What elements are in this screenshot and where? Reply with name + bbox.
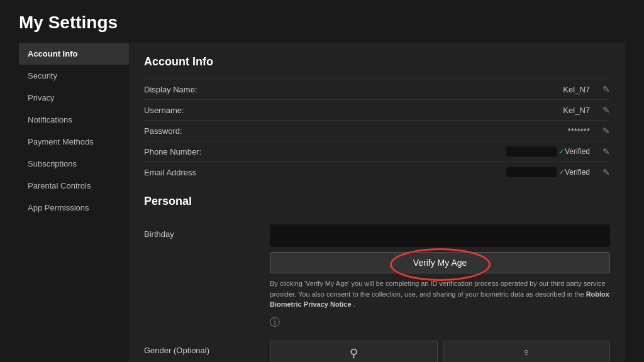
personal-title: Personal xyxy=(144,195,610,208)
password-label: Password: xyxy=(144,126,568,136)
username-row: Username: Kel_N7 ✎ xyxy=(144,100,610,121)
verify-description: By clicking 'Verify My Age' you will be … xyxy=(270,278,610,310)
gender-male-button[interactable]: ⚲ xyxy=(270,341,438,363)
email-redacted xyxy=(506,167,557,177)
account-info-title: Account Info xyxy=(144,55,610,69)
sidebar-item-app-permissions[interactable]: App Permissions xyxy=(19,197,129,219)
sidebar-item-account-info[interactable]: Account Info xyxy=(19,43,129,65)
birthday-row: Birthday Verify My Age By clicking 'Veri… xyxy=(144,218,610,316)
password-edit-icon[interactable]: ✎ xyxy=(602,126,610,136)
help-row: ⓘ xyxy=(144,316,610,334)
birthday-control: Verify My Age By clicking 'Verify My Age… xyxy=(270,224,610,310)
personal-section: Personal Birthday Verify My Age B xyxy=(144,195,610,362)
phone-row: Phone Number: ✓Verified ✎ xyxy=(144,141,610,162)
phone-label: Phone Number: xyxy=(144,147,506,156)
gender-label: Gender (Optional) xyxy=(144,341,257,355)
page-title: My Settings xyxy=(19,13,625,33)
username-label: Username: xyxy=(144,106,563,115)
display-name-edit-icon[interactable]: ✎ xyxy=(602,84,610,94)
display-name-label: Display Name: xyxy=(144,85,563,94)
display-name-row: Display Name: Kel_N7 ✎ xyxy=(144,79,610,100)
page-container: My Settings Account Info Security Privac… xyxy=(0,0,644,362)
sidebar-item-security[interactable]: Security xyxy=(19,65,129,87)
sidebar-item-payment-methods[interactable]: Payment Methods xyxy=(19,131,129,153)
female-icon: ♀ xyxy=(522,346,531,359)
sidebar-item-parental-controls[interactable]: Parental Controls xyxy=(19,175,129,197)
username-value: Kel_N7 xyxy=(563,106,590,115)
sidebar: Account Info Security Privacy Notificati… xyxy=(19,43,129,362)
main-layout: Account Info Security Privacy Notificati… xyxy=(19,43,625,362)
gender-row: Gender (Optional) ⚲ ♀ xyxy=(144,334,610,363)
display-name-value: Kel_N7 xyxy=(563,85,590,94)
gender-female-button[interactable]: ♀ xyxy=(443,341,611,363)
username-edit-icon[interactable]: ✎ xyxy=(602,105,610,115)
email-row: Email Address ✓Verified ✎ xyxy=(144,162,610,182)
birthday-label: Birthday xyxy=(144,224,257,239)
email-verified: ✓Verified xyxy=(557,168,590,177)
gender-control: ⚲ ♀ xyxy=(270,341,610,363)
password-value: ******* xyxy=(568,126,590,136)
password-row: Password: ******* ✎ xyxy=(144,121,610,141)
sidebar-item-subscriptions[interactable]: Subscriptions xyxy=(19,153,129,175)
content-area: Account Info Display Name: Kel_N7 ✎ User… xyxy=(129,43,625,362)
email-label: Email Address xyxy=(144,168,506,177)
verify-age-button[interactable]: Verify My Age xyxy=(270,252,610,273)
male-icon: ⚲ xyxy=(350,347,358,359)
sidebar-item-notifications[interactable]: Notifications xyxy=(19,109,129,131)
email-edit-icon[interactable]: ✎ xyxy=(602,167,610,177)
phone-redacted xyxy=(506,146,557,156)
phone-edit-icon[interactable]: ✎ xyxy=(602,146,610,156)
account-info-fields: Display Name: Kel_N7 ✎ Username: Kel_N7 … xyxy=(144,79,610,182)
gender-buttons: ⚲ ♀ xyxy=(270,341,610,363)
help-icon[interactable]: ⓘ xyxy=(270,317,280,327)
birthday-bar xyxy=(270,224,610,247)
sidebar-item-privacy[interactable]: Privacy xyxy=(19,87,129,109)
phone-verified: ✓Verified xyxy=(557,147,590,156)
